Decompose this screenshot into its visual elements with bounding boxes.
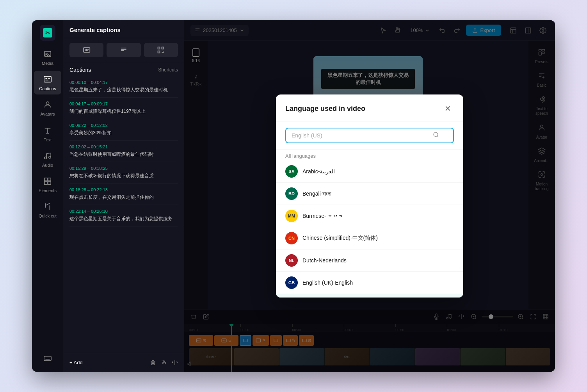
captions-icon xyxy=(42,74,53,85)
sidebar-item-elements[interactable]: Elements xyxy=(34,173,61,196)
sidebar-item-elements-label: Elements xyxy=(39,188,57,193)
caption-tabs xyxy=(63,38,184,62)
svg-rect-14 xyxy=(158,51,160,53)
shortcuts-link[interactable]: Shortcuts xyxy=(158,67,178,73)
modal-header: Language used in video ✕ xyxy=(276,94,463,121)
modal-close-button[interactable]: ✕ xyxy=(441,102,454,115)
flag-bd: BD xyxy=(285,187,298,200)
captions-list: 00:00:10 – 00:04:17 黑色星期五来了，这是获得惊人交易的最佳时… xyxy=(63,76,184,353)
lang-item-dutch[interactable]: NL Dutch-Nederlands xyxy=(276,249,463,272)
caption-item-3[interactable]: 00:12:02 – 00:15:21 当您在结账时使用百威啤酒的最佳代码时 xyxy=(69,141,178,162)
caption-item-0[interactable]: 00:00:10 – 00:04:17 黑色星期五来了，这是获得惊人交易的最佳时… xyxy=(69,76,178,98)
main-content: 202501201405 100% xyxy=(184,20,555,372)
left-sidebar: ✂ Media Captions Avatars Text xyxy=(32,20,63,372)
caption-text-6: 这个黑色星期五是关于音乐的，我们为您提供服务 xyxy=(69,215,178,222)
caption-time-3: 00:12:02 – 00:15:21 xyxy=(69,144,178,149)
split-button[interactable] xyxy=(172,360,178,366)
sidebar-item-audio[interactable]: Audio xyxy=(34,147,61,171)
caption-text-1: 我们的百威降噪耳机仅售1197元以上 xyxy=(69,108,178,115)
panel-header: Generate captions xyxy=(63,20,184,38)
caption-text-5: 现在点击长度，在交易消失之前抓住你的 xyxy=(69,194,178,201)
logo-button[interactable]: ✂ xyxy=(40,25,55,41)
svg-point-4 xyxy=(44,157,47,159)
lang-item-burmese[interactable]: MM Burmese-ဗမာစာ xyxy=(276,205,463,227)
lang-name-chinese: Chinese (simplified)-中文(简体) xyxy=(302,235,454,242)
language-modal: Language used in video ✕ All languages xyxy=(276,94,463,298)
lang-item-english-us[interactable]: US English (US)-English ✓ xyxy=(276,294,463,298)
sidebar-item-captions-label: Captions xyxy=(39,86,56,91)
modal-close-icon: ✕ xyxy=(445,104,451,113)
caption-item-1[interactable]: 00:04:17 – 00:09:17 我们的百威降噪耳机仅售1197元以上 xyxy=(69,98,178,119)
delete-caption-button[interactable] xyxy=(150,360,156,366)
caption-tab-scan[interactable] xyxy=(144,43,178,57)
svg-rect-8 xyxy=(44,182,47,184)
search-icon xyxy=(433,132,439,139)
svg-rect-13 xyxy=(162,47,164,49)
app-logo: ✂ xyxy=(43,28,52,37)
caption-tab-text[interactable] xyxy=(107,43,141,57)
text-icon xyxy=(42,125,53,136)
lang-item-chinese[interactable]: CN Chinese (simplified)-中文(简体) xyxy=(276,227,463,249)
caption-time-4: 00:15:29 – 00:18:25 xyxy=(69,166,178,171)
modal-search-section xyxy=(276,121,463,150)
caption-text-2: 享受美妙的30%折扣 xyxy=(69,129,178,136)
add-caption-button[interactable]: + Add xyxy=(69,357,83,368)
translate-button[interactable] xyxy=(161,360,167,366)
quickcut-icon xyxy=(42,201,53,212)
sidebar-item-audio-label: Audio xyxy=(42,163,53,168)
sidebar-item-quickcut[interactable]: Quick cut xyxy=(34,198,61,222)
sidebar-item-avatars-label: Avatars xyxy=(40,112,55,117)
sidebar-item-quickcut-label: Quick cut xyxy=(39,214,57,219)
svg-line-46 xyxy=(437,136,438,137)
sidebar-item-text[interactable]: Text xyxy=(34,122,61,146)
sidebar-item-keyboard[interactable] xyxy=(34,350,61,367)
caption-time-6: 00:22:14 – 00:26:10 xyxy=(69,209,178,214)
sidebar-item-text-label: Text xyxy=(44,137,52,143)
panel-bottom-bar: + Add xyxy=(63,353,184,372)
caption-time-0: 00:00:10 – 00:04:17 xyxy=(69,80,178,85)
flag-gb: GB xyxy=(285,276,298,289)
svg-rect-6 xyxy=(44,178,47,181)
lang-name-arabic: Arabic-العربية xyxy=(302,168,454,175)
caption-time-5: 00:18:28 – 00:22:13 xyxy=(69,187,178,192)
captions-panel: Generate captions Captions Shortcuts 00:… xyxy=(63,20,184,372)
lang-item-english-uk[interactable]: GB English (UK)-English xyxy=(276,272,463,294)
captions-section-title: Captions xyxy=(69,67,91,73)
flag-cn: CN xyxy=(285,232,298,244)
caption-tab-cc[interactable] xyxy=(69,43,103,57)
caption-text-0: 黑色星期五来了，这是获得惊人交易的最佳时机 xyxy=(69,86,178,93)
caption-item-5[interactable]: 00:18:28 – 00:22:13 现在点击长度，在交易消失之前抓住你的 xyxy=(69,184,178,205)
language-search-input[interactable] xyxy=(285,128,454,143)
sidebar-item-media-label: Media xyxy=(42,61,53,66)
audio-icon xyxy=(42,150,53,161)
caption-text-3: 当您在结账时使用百威啤酒的最佳代码时 xyxy=(69,151,178,158)
svg-rect-12 xyxy=(158,47,160,49)
modal-title: Language used in video xyxy=(285,105,365,113)
lang-name-burmese: Burmese-ဗမာစာ xyxy=(302,213,454,219)
modal-section-header: All languages xyxy=(276,150,463,160)
caption-text-4: 您将在不破坏银行的情况下获得最佳音质 xyxy=(69,172,178,179)
lang-name-bengali: Bengali-বাংলা xyxy=(302,191,454,197)
sidebar-item-avatars[interactable]: Avatars xyxy=(34,96,61,120)
caption-item-2[interactable]: 00:09:22 – 00:12:02 享受美妙的30%折扣 xyxy=(69,119,178,141)
svg-point-5 xyxy=(49,156,51,159)
lang-name-english-uk: English (UK)-English xyxy=(302,280,454,286)
caption-time-1: 00:04:17 – 00:09:17 xyxy=(69,102,178,106)
caption-item-4[interactable]: 00:15:29 – 00:18:25 您将在不破坏银行的情况下获得最佳音质 xyxy=(69,162,178,184)
svg-point-3 xyxy=(46,102,49,105)
modal-overlay[interactable]: Language used in video ✕ All languages xyxy=(184,20,555,372)
sidebar-item-captions[interactable]: Captions xyxy=(34,71,61,94)
add-caption-label: + Add xyxy=(69,360,83,365)
lang-name-dutch: Dutch-Nederlands xyxy=(302,257,454,264)
lang-item-arabic[interactable]: SA Arabic-العربية xyxy=(276,160,463,183)
lang-item-bengali[interactable]: BD Bengali-বাংলা xyxy=(276,183,463,205)
svg-rect-10 xyxy=(44,356,51,361)
svg-rect-2 xyxy=(44,77,51,82)
elements-icon xyxy=(42,176,53,187)
flag-mm: MM xyxy=(285,210,298,222)
caption-item-6[interactable]: 00:22:14 – 00:26:10 这个黑色星期五是关于音乐的，我们为您提供… xyxy=(69,205,178,226)
sidebar-item-media[interactable]: Media xyxy=(34,45,61,69)
keyboard-icon xyxy=(42,353,53,364)
svg-rect-9 xyxy=(48,182,51,184)
avatars-icon xyxy=(42,99,53,110)
